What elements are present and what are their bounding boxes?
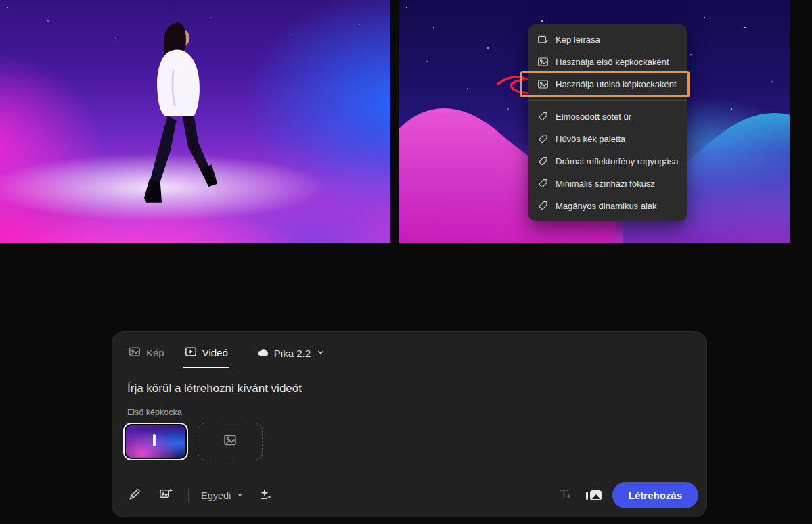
result-image-left[interactable] [0, 0, 390, 243]
describe-image-icon [537, 34, 549, 45]
menu-item-label: Drámai reflektorfény ragyogása [556, 156, 678, 166]
video-play-icon [185, 346, 197, 360]
menu-tag-item-3[interactable]: Drámai reflektorfény ragyogása [528, 150, 687, 172]
chevron-down-icon [235, 490, 244, 501]
thumbnail-image [126, 425, 185, 458]
photo-icon [223, 433, 237, 450]
tag-icon [537, 178, 549, 189]
pen-icon [128, 487, 141, 504]
menu-item-use-last-frame[interactable]: Használja utolsó képkockaként [528, 73, 687, 95]
menu-item-label: Használja első képkockaként [556, 57, 669, 67]
tab-label: Videó [202, 347, 228, 358]
custom-dropdown-label: Egyedi [201, 490, 231, 501]
model-name: Pika 2.2 [274, 348, 311, 359]
text-generate-button[interactable] [555, 485, 575, 506]
menu-item-label: Minimális színházi fókusz [556, 178, 655, 189]
generate-button[interactable]: Létrehozás [612, 482, 698, 508]
menu-divider [528, 100, 687, 101]
menu-item-label: Használja utolsó képkockaként [556, 79, 677, 89]
cloud-icon [256, 346, 269, 360]
prompt-composer-panel: Kép Videó Pika 2.2 [112, 331, 707, 517]
menu-item-describe-image[interactable]: Kép leírása [528, 28, 687, 51]
text-generate-icon [558, 487, 572, 504]
menu-item-label: Magányos dinamikus alak [556, 201, 657, 211]
custom-dropdown[interactable]: Egyedi [201, 490, 244, 501]
effects-icon [258, 487, 273, 504]
tag-icon [537, 156, 549, 167]
menu-tag-item-5[interactable]: Magányos dinamikus alak [528, 195, 687, 217]
model-selector[interactable]: Pika 2.2 [255, 343, 327, 368]
add-frame-placeholder[interactable] [198, 423, 263, 460]
image-to-video-icon [586, 492, 588, 500]
add-image-button[interactable] [156, 485, 176, 506]
tag-icon [537, 133, 549, 145]
menu-item-label: Hűvös kék paletta [556, 134, 625, 144]
menu-item-label: Kép leírása [556, 34, 600, 45]
pen-tool-button[interactable] [125, 485, 145, 506]
composer-toolbar: Egyedi [125, 482, 698, 508]
effects-button[interactable] [255, 485, 275, 506]
menu-item-label: Elmosódott sötét űr [556, 112, 631, 122]
frame-thumbnails [123, 423, 706, 460]
toolbar-divider [188, 489, 189, 502]
stars-decoration [7, 7, 8, 8]
walking-woman-figure [135, 18, 223, 224]
menu-tag-item-2[interactable]: Hűvös kék paletta [528, 128, 687, 150]
thumbnail-figure [153, 434, 156, 446]
image-to-video-button[interactable] [586, 490, 602, 500]
prompt-input[interactable]: Írja körül a létrehozni kívánt videót [127, 382, 692, 396]
tab-image[interactable]: Kép [127, 343, 166, 368]
tab-video[interactable]: Videó [183, 343, 229, 368]
tag-icon [537, 200, 549, 212]
menu-tag-item-4[interactable]: Minimális színházi fókusz [528, 172, 687, 195]
chevron-down-icon [316, 348, 325, 359]
image-frame-icon [537, 78, 549, 90]
image-context-menu: Kép leírása Használja első képkockaként … [528, 24, 687, 221]
first-frame-label: Első képkocka [127, 408, 692, 417]
menu-tag-item-1[interactable]: Elmosódott sötét űr [528, 105, 687, 128]
tab-label: Kép [146, 347, 164, 358]
image-to-video-icon [590, 490, 602, 500]
tag-icon [537, 111, 549, 122]
image-add-icon [159, 487, 173, 504]
composer-tabs: Kép Videó Pika 2.2 [112, 332, 706, 368]
image-frame-icon [537, 56, 549, 68]
first-frame-thumbnail[interactable] [123, 423, 188, 460]
photo-icon [129, 346, 141, 360]
menu-item-use-first-frame[interactable]: Használja első képkockaként [528, 51, 687, 73]
